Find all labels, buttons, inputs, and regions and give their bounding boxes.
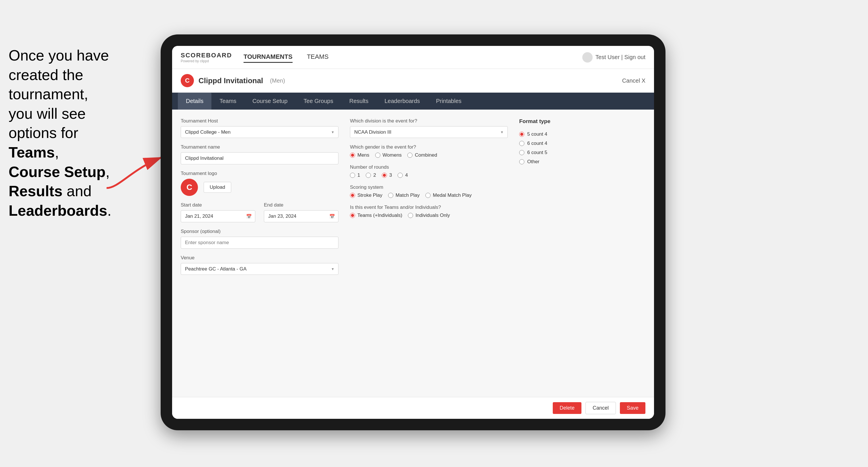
tournament-name-input[interactable] xyxy=(181,152,339,164)
venue-select[interactable]: Peachtree GC - Atlanta - GA xyxy=(181,263,339,275)
rounds-2-label: 2 xyxy=(373,173,376,178)
start-date-label: Start date xyxy=(181,202,255,208)
teams-teams-radio[interactable] xyxy=(350,213,355,218)
instruction-teams: Teams xyxy=(9,144,55,161)
instruction-leaderboards: Leaderboards xyxy=(9,202,107,219)
scoring-stroke-radio[interactable] xyxy=(350,193,355,198)
cancel-x-button[interactable]: Cancel X xyxy=(622,77,645,84)
rounds-4-option[interactable]: 4 xyxy=(398,173,408,178)
division-label: Which division is the event for? xyxy=(350,118,508,124)
nav-right: Test User | Sign out xyxy=(582,52,645,63)
tournament-name: Clippd Invitational xyxy=(198,76,263,85)
scoring-label: Scoring system xyxy=(350,184,508,190)
tournament-tag: (Men) xyxy=(270,77,285,84)
format-other-radio[interactable] xyxy=(519,159,524,164)
format-5count4-option[interactable]: 5 count 4 xyxy=(519,131,645,137)
tournament-icon: C xyxy=(181,74,194,87)
scoring-medal-option[interactable]: Medal Match Play xyxy=(425,192,472,198)
date-row: Start date 📅 End date 📅 xyxy=(181,202,339,222)
instruction-line2: created the xyxy=(9,67,83,83)
teams-individuals-label: Individuals Only xyxy=(415,213,450,218)
tab-bar: Details Teams Course Setup Tee Groups Re… xyxy=(172,93,654,110)
tablet-frame: SCOREBOARD Powered by clippd TOURNAMENTS… xyxy=(161,34,665,430)
gender-mens-radio[interactable] xyxy=(350,153,355,158)
save-button[interactable]: Save xyxy=(620,402,645,414)
nav-link-teams[interactable]: TEAMS xyxy=(307,52,329,63)
format-other-label: Other xyxy=(527,159,539,165)
format-6count5-option[interactable]: 6 count 5 xyxy=(519,150,645,155)
gender-combined-radio[interactable] xyxy=(407,153,412,158)
format-6count4-radio[interactable] xyxy=(519,141,524,146)
sponsor-group: Sponsor (optional) xyxy=(181,229,339,249)
tablet-screen: SCOREBOARD Powered by clippd TOURNAMENTS… xyxy=(172,46,654,419)
upload-button[interactable]: Upload xyxy=(204,182,231,193)
format-type-label: Format type xyxy=(519,118,645,124)
nav-link-tournaments[interactable]: TOURNAMENTS xyxy=(244,52,292,63)
scoring-radio-group: Stroke Play Match Play Medal Match Play xyxy=(350,192,508,198)
rounds-4-radio[interactable] xyxy=(398,173,403,178)
rounds-3-option[interactable]: 3 xyxy=(382,173,392,178)
scoring-match-option[interactable]: Match Play xyxy=(388,192,420,198)
rounds-2-option[interactable]: 2 xyxy=(366,173,376,178)
tournament-host-select[interactable]: Clippd College - Men xyxy=(181,126,339,138)
gender-womens-option[interactable]: Womens xyxy=(375,152,402,158)
tournament-title-row: C Clippd Invitational (Men) xyxy=(181,74,285,87)
rounds-1-radio[interactable] xyxy=(350,173,355,178)
rounds-1-option[interactable]: 1 xyxy=(350,173,360,178)
gender-womens-radio[interactable] xyxy=(375,153,380,158)
tab-leaderboards[interactable]: Leaderboards xyxy=(376,93,428,110)
rounds-label: Number of rounds xyxy=(350,164,508,170)
format-5count4-radio[interactable] xyxy=(519,132,524,137)
rounds-2-radio[interactable] xyxy=(366,173,371,178)
user-avatar xyxy=(582,52,593,63)
scoring-stroke-option[interactable]: Stroke Play xyxy=(350,192,382,198)
nav-links: TOURNAMENTS TEAMS xyxy=(244,52,329,63)
scoring-medal-label: Medal Match Play xyxy=(433,192,472,198)
end-date-label: End date xyxy=(264,202,339,208)
division-group: Which division is the event for? NCAA Di… xyxy=(350,118,508,138)
cancel-button[interactable]: Cancel xyxy=(585,402,616,414)
form-middle: Which division is the event for? NCAA Di… xyxy=(350,118,508,388)
scoring-group: Scoring system Stroke Play Match Play xyxy=(350,184,508,198)
rounds-3-radio[interactable] xyxy=(382,173,387,178)
teams-radio-group: Teams (+Individuals) Individuals Only xyxy=(350,213,508,218)
format-6count4-label: 6 count 4 xyxy=(527,141,547,146)
format-6count5-radio[interactable] xyxy=(519,150,524,155)
tournament-header: C Clippd Invitational (Men) Cancel X xyxy=(172,69,654,93)
division-select-wrapper: NCAA Division III xyxy=(350,126,508,138)
tournament-host-select-wrapper: Clippd College - Men xyxy=(181,126,339,138)
form-footer: Delete Cancel Save xyxy=(172,397,654,419)
tournament-name-group: Tournament name xyxy=(181,144,339,164)
tab-tee-groups[interactable]: Tee Groups xyxy=(296,93,341,110)
tab-results[interactable]: Results xyxy=(341,93,377,110)
scoring-medal-radio[interactable] xyxy=(425,193,431,198)
end-date-group: End date 📅 xyxy=(264,202,339,222)
tab-course-setup[interactable]: Course Setup xyxy=(244,93,296,110)
teams-teams-option[interactable]: Teams (+Individuals) xyxy=(350,213,402,218)
start-date-group: Start date 📅 xyxy=(181,202,255,222)
format-other-option[interactable]: Other xyxy=(519,159,645,165)
tournament-host-group: Tournament Host Clippd College - Men xyxy=(181,118,339,138)
rounds-1-label: 1 xyxy=(358,173,360,178)
teams-individuals-radio[interactable] xyxy=(408,213,413,218)
division-select[interactable]: NCAA Division III xyxy=(350,126,508,138)
start-date-input[interactable] xyxy=(181,210,255,222)
tab-printables[interactable]: Printables xyxy=(428,93,470,110)
teams-individuals-option[interactable]: Individuals Only xyxy=(408,213,450,218)
sponsor-input[interactable] xyxy=(181,237,339,249)
gender-mens-option[interactable]: Mens xyxy=(350,152,369,158)
delete-button[interactable]: Delete xyxy=(553,402,582,414)
tournament-logo-label: Tournament logo xyxy=(181,171,339,177)
rounds-radio-group: 1 2 3 4 xyxy=(350,173,508,178)
tournament-name-label: Tournament name xyxy=(181,144,339,150)
scoring-match-radio[interactable] xyxy=(388,193,393,198)
format-6count4-option[interactable]: 6 count 4 xyxy=(519,141,645,146)
tab-details[interactable]: Details xyxy=(178,93,211,110)
logo-area: SCOREBOARD Powered by clippd xyxy=(181,52,232,63)
content-area: Tournament Host Clippd College - Men Tou… xyxy=(172,110,654,397)
gender-group: Which gender is the event for? Mens Wome… xyxy=(350,144,508,158)
end-date-input[interactable] xyxy=(264,210,339,222)
gender-combined-option[interactable]: Combined xyxy=(407,152,437,158)
tab-teams[interactable]: Teams xyxy=(211,93,244,110)
user-sign-out[interactable]: Test User | Sign out xyxy=(595,54,645,61)
